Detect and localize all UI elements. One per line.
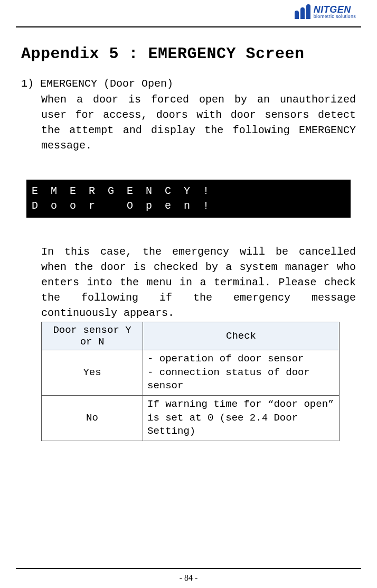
brand-logo: NITGEN biometric solutions: [295, 4, 356, 19]
bottom-divider: [16, 568, 361, 569]
cell-yn: No: [42, 395, 143, 441]
lcd-line-2: D o o r O p e n !: [32, 199, 345, 213]
intro-paragraph: When a door is forced open by an unautho…: [41, 92, 356, 153]
top-divider: [16, 26, 361, 27]
lcd-line-1: E M E R G E N C Y !: [32, 184, 345, 199]
page-number: - 84 -: [0, 573, 377, 583]
table-header-sensor: Door sensor Y or N: [42, 322, 143, 350]
table-header-check: Check: [143, 322, 340, 350]
lcd-display-wrap: E M E R G E N C Y ! D o o r O p e n !: [26, 180, 351, 218]
brand-bars-icon: [295, 4, 310, 19]
cell-yn: Yes: [42, 350, 143, 396]
lcd-display: E M E R G E N C Y ! D o o r O p e n !: [26, 180, 351, 218]
brand-text: NITGEN biometric solutions: [314, 5, 356, 19]
cell-check: - operation of door sensor - connection …: [143, 350, 340, 396]
brand-name: NITGEN: [314, 5, 356, 14]
section-heading: 1) EMERGENCY (Door Open): [21, 78, 356, 90]
document-page: NITGEN biometric solutions Appendix 5 : …: [0, 0, 377, 588]
main-content: Appendix 5 : EMERGENCY Screen 1) EMERGEN…: [21, 45, 356, 441]
cell-check: If warning time for “door open” is set a…: [143, 395, 340, 441]
brand-subtitle: biometric solutions: [314, 14, 356, 19]
table-row: No If warning time for “door open” is se…: [42, 395, 340, 441]
table-header-row: Door sensor Y or N Check: [42, 322, 340, 350]
appendix-title: Appendix 5 : EMERGENCY Screen: [21, 45, 356, 63]
check-table: Door sensor Y or N Check Yes - operation…: [41, 322, 340, 441]
table-row: Yes - operation of door sensor - connect…: [42, 350, 340, 396]
followup-paragraph: In this case, the emergency will be canc…: [41, 244, 356, 321]
